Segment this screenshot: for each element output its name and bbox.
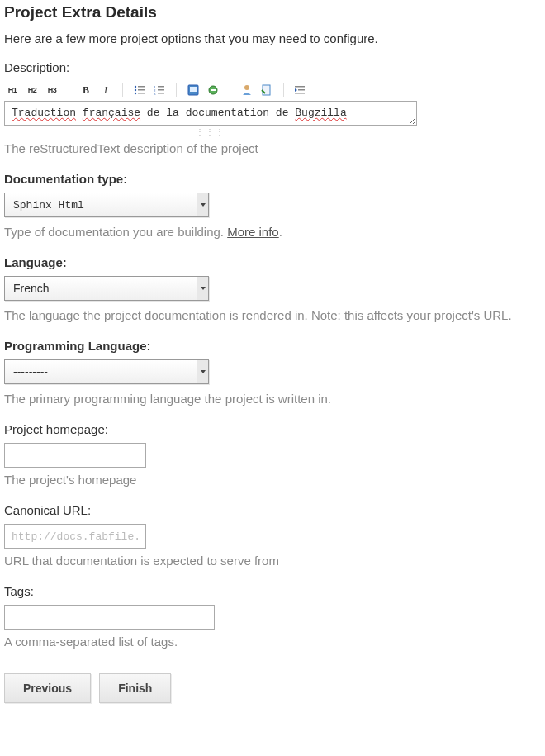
field-tags: Tags: A comma-separated list of tags. xyxy=(4,584,541,649)
svg-rect-18 xyxy=(298,89,305,91)
h1-button[interactable]: H1 xyxy=(4,82,21,98)
homepage-label: Project homepage: xyxy=(4,422,541,436)
doc-type-help: Type of documentation you are building. … xyxy=(4,225,541,239)
svg-rect-16 xyxy=(263,85,270,95)
canonical-help: URL that documentation is expected to se… xyxy=(4,554,541,568)
homepage-input[interactable] xyxy=(4,443,146,468)
homepage-help: The project's homepage xyxy=(4,473,541,487)
field-canonical: Canonical URL: URL that documentation is… xyxy=(4,503,541,568)
field-description: Description: H1 H2 H3 B I 1 2 3 xyxy=(4,60,541,155)
svg-rect-11 xyxy=(158,93,164,94)
svg-rect-9 xyxy=(158,89,164,91)
chevron-down-icon xyxy=(197,360,208,383)
doc-type-label: Documentation type: xyxy=(4,172,541,186)
user-button[interactable] xyxy=(239,82,255,98)
finish-button[interactable]: Finish xyxy=(99,673,171,703)
spell-error-word: Bugzilla xyxy=(295,107,346,119)
document-icon xyxy=(261,84,272,96)
toolbar-separator xyxy=(176,83,177,97)
svg-text:3: 3 xyxy=(154,92,156,95)
svg-rect-13 xyxy=(190,87,197,92)
h3-button[interactable]: H3 xyxy=(44,82,60,98)
svg-rect-3 xyxy=(138,89,145,91)
chevron-down-icon xyxy=(197,277,208,300)
toolbar-separator xyxy=(230,83,230,97)
toolbar-separator xyxy=(69,83,69,97)
resize-handle-icon[interactable]: ⋮⋮⋮ xyxy=(4,127,417,136)
tags-help: A comma-separated list of tags. xyxy=(4,635,541,649)
field-prog-lang: Programming Language: --------- The prim… xyxy=(4,339,541,406)
numbered-list-button[interactable]: 1 2 3 xyxy=(151,82,168,98)
tags-input[interactable] xyxy=(4,605,215,630)
doc-type-value: Sphinx Html xyxy=(13,193,84,216)
prog-lang-help: The primary programming language the pro… xyxy=(4,392,541,406)
language-label: Language: xyxy=(4,255,541,269)
svg-point-0 xyxy=(135,86,136,88)
toolbar-separator xyxy=(283,83,284,97)
description-label: Description: xyxy=(4,60,541,74)
image-icon xyxy=(187,84,199,96)
toolbar-separator xyxy=(122,83,123,97)
image-button[interactable] xyxy=(185,82,201,98)
svg-point-2 xyxy=(135,89,136,91)
bold-button[interactable]: B xyxy=(78,82,94,98)
svg-rect-19 xyxy=(295,93,305,94)
tags-label: Tags: xyxy=(4,584,541,598)
editor-toolbar: H1 H2 H3 B I 1 2 3 xyxy=(4,81,541,99)
description-text-part: de la documentation de xyxy=(140,107,295,119)
spell-error-word: française xyxy=(83,107,140,119)
link-button[interactable] xyxy=(205,82,221,98)
svg-point-15 xyxy=(244,85,249,90)
numbered-list-icon: 1 2 3 xyxy=(154,85,165,95)
canonical-input[interactable] xyxy=(4,524,146,549)
language-value: French xyxy=(13,277,50,300)
svg-rect-17 xyxy=(295,86,305,88)
language-help: The language the project documentation i… xyxy=(4,308,541,322)
page-intro: Here are a few more project options that… xyxy=(4,31,541,45)
svg-rect-1 xyxy=(138,86,145,88)
h2-button[interactable]: H2 xyxy=(24,82,40,98)
project-extra-details-form: Project Extra Details Here are a few mor… xyxy=(0,0,545,711)
prog-lang-label: Programming Language: xyxy=(4,339,541,353)
svg-rect-7 xyxy=(158,86,164,88)
link-icon xyxy=(206,84,220,96)
svg-rect-5 xyxy=(138,93,145,94)
field-doc-type: Documentation type: Sphinx Html Type of … xyxy=(4,172,541,239)
description-help: The reStructuredText description of the … xyxy=(4,141,541,155)
button-row: Previous Finish xyxy=(4,673,541,703)
doc-type-select[interactable]: Sphinx Html xyxy=(4,193,209,217)
indent-icon xyxy=(295,85,306,95)
language-select[interactable]: French xyxy=(4,276,209,301)
document-button[interactable] xyxy=(258,82,275,98)
user-icon xyxy=(241,84,253,96)
canonical-label: Canonical URL: xyxy=(4,503,541,517)
field-language: Language: French The language the projec… xyxy=(4,255,541,322)
field-homepage: Project homepage: The project's homepage xyxy=(4,422,541,487)
previous-button[interactable]: Previous xyxy=(4,673,91,703)
prog-lang-select[interactable]: --------- xyxy=(4,359,209,384)
bullet-list-icon xyxy=(134,85,145,95)
spell-error-word: Traduction xyxy=(12,107,76,119)
prog-lang-value: --------- xyxy=(13,360,48,383)
chevron-down-icon xyxy=(197,193,208,216)
indent-button[interactable] xyxy=(292,82,309,98)
italic-button[interactable]: I xyxy=(97,82,114,98)
page-title: Project Extra Details xyxy=(4,3,541,21)
svg-point-4 xyxy=(135,93,136,94)
description-input[interactable]: Traduction française de la documentation… xyxy=(4,101,417,126)
more-info-link[interactable]: More info xyxy=(227,225,279,239)
bullet-list-button[interactable] xyxy=(131,82,148,98)
